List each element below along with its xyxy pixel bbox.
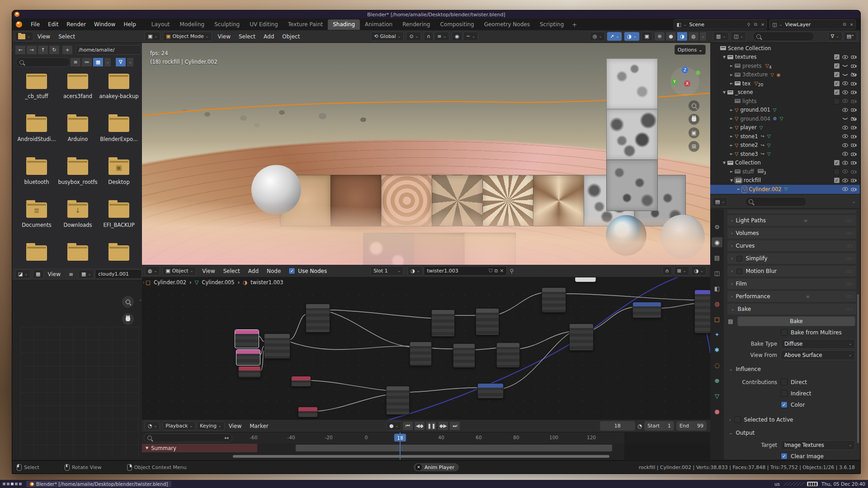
refresh-button[interactable]: ↻	[49, 45, 60, 55]
zoom-icon[interactable]	[122, 296, 134, 308]
start-frame-field[interactable]: Start1	[644, 421, 674, 431]
panel-header-curves[interactable]: ›Curves∷∷	[727, 240, 856, 251]
expander-arrow-icon[interactable]: ►	[728, 117, 735, 121]
viewport-3d[interactable]: ▣⌄ ▣Object Mode⌄ ViewSelectAddObject ⟲Gl…	[142, 30, 711, 265]
folder-item[interactable]: BlenderExpo...	[99, 117, 139, 150]
options-dropdown[interactable]: Options ⌄	[675, 45, 706, 55]
viewport-scene[interactable]: fps: 24 (18) rockfill | Cylinder.002 Z Y…	[142, 42, 710, 265]
folder-item[interactable]: Arduino	[58, 117, 98, 150]
outliner-item-name[interactable]: stone3	[740, 151, 758, 157]
menu-view[interactable]: View	[225, 422, 245, 431]
folder-item[interactable]: ▣Desktop	[99, 160, 139, 192]
shader-node[interactable]	[542, 287, 566, 313]
presets-icon[interactable]: ≡	[806, 294, 810, 299]
disable-render-camera-icon[interactable]	[850, 160, 857, 165]
expander-arrow-icon[interactable]: ►	[728, 81, 735, 85]
forward-button[interactable]: →	[26, 45, 37, 55]
systray-indicator-icon[interactable]: ▮▮▮▮	[807, 482, 818, 486]
folder-item-partial[interactable]	[17, 245, 57, 268]
thumbnail-view-button[interactable]: ▦	[93, 57, 104, 67]
image-name-field[interactable]: cloudy1.001	[95, 269, 142, 279]
hide-eye-icon[interactable]	[841, 187, 849, 191]
path-field[interactable]: /home/amalie/	[75, 45, 142, 55]
current-frame-field[interactable]: 18	[600, 421, 635, 431]
shader-node[interactable]	[235, 329, 259, 348]
overlays-toggle[interactable]: ◑⌄	[624, 32, 639, 41]
editor-type-button[interactable]: ▣⌄	[145, 32, 160, 41]
expander-arrow-icon[interactable]: ►	[728, 134, 735, 138]
outliner-row-3dtexture[interactable]: ►3dtexture▽◉✓	[710, 70, 860, 80]
clock[interactable]: Thu, 05 Dec 20:40	[821, 481, 865, 487]
menu-view[interactable]: View	[33, 32, 54, 41]
use-nodes-checkbox[interactable]: ✓	[288, 267, 295, 274]
disable-render-camera-icon[interactable]	[850, 99, 857, 103]
axis-z[interactable]: Z	[682, 67, 688, 73]
outliner-row-presets[interactable]: ►presets▽4✓	[710, 61, 860, 70]
menu-render[interactable]: Render	[62, 20, 90, 29]
keying-menu[interactable]: Keying⌄	[197, 421, 225, 431]
outliner-item-name[interactable]: 3dtexture	[742, 71, 768, 78]
outliner-row-scene-collection[interactable]: Scene Collection	[710, 44, 860, 53]
pin-icon[interactable]: ⚲	[509, 268, 514, 274]
outliner-item-name[interactable]: lights	[742, 98, 756, 104]
viewport-grid-icon[interactable]: ⊞	[689, 141, 699, 152]
next-keyframe-button[interactable]: ◆▶	[438, 421, 448, 431]
copy-icon[interactable]: ⧉	[752, 22, 759, 27]
exclude-checkbox[interactable]: ✓	[834, 89, 840, 95]
target-dropdown[interactable]: Image Textures⌄	[781, 440, 855, 450]
shader-node[interactable]	[476, 308, 499, 335]
image-mode-icon[interactable]: ▦	[33, 269, 43, 279]
outliner-row-textures[interactable]: ▼textures✓	[710, 53, 860, 62]
hide-eye-icon[interactable]	[841, 117, 849, 121]
exclude-checkbox[interactable]: ✓	[834, 80, 840, 87]
properties-tab-render[interactable]: ◉	[712, 237, 722, 247]
close-icon[interactable]: ✕	[415, 464, 422, 470]
workspace-pager[interactable]	[3, 483, 22, 485]
material-name-field[interactable]: twister1.003 ⛉ ⧉ ✕	[424, 266, 507, 276]
outliner-row-stone2[interactable]: ►▽stone2↪▽	[710, 141, 860, 150]
properties-tab-view-layer[interactable]: ◫	[712, 268, 722, 278]
texture-tile-marble[interactable]	[606, 109, 658, 160]
expander-arrow-icon[interactable]: ►	[728, 64, 735, 68]
anim-player-badge[interactable]: ✕ Anim Player	[414, 463, 459, 471]
snap-settings-dropdown[interactable]: ≡⌄	[434, 32, 449, 41]
folder-item[interactable]: anakey-backup	[99, 74, 139, 107]
channel-search-input[interactable]: ↔	[144, 433, 232, 442]
exclude-checkbox[interactable]: ✓	[834, 71, 840, 78]
end-frame-field[interactable]: End99	[676, 421, 707, 431]
list-view-button[interactable]: ≡	[70, 57, 81, 67]
disable-render-camera-icon[interactable]	[850, 108, 857, 112]
hamburger-icon[interactable]: ≡	[65, 270, 77, 279]
outliner-item-name[interactable]: stuff	[742, 169, 754, 175]
menu-edit[interactable]: Edit	[44, 20, 62, 29]
outliner-row-scene[interactable]: ▼_scene✓	[710, 88, 860, 97]
viewport-camera-icon[interactable]: ▣	[689, 127, 699, 138]
filter-dropdown[interactable]: ∇⌄	[828, 32, 842, 41]
shader-node[interactable]	[477, 383, 504, 399]
hide-eye-icon[interactable]	[841, 73, 849, 77]
shader-node[interactable]	[298, 407, 318, 418]
color-checkbox[interactable]: ✓	[781, 401, 788, 408]
horizontal-scrollbar[interactable]	[233, 455, 609, 458]
overlays-toggle[interactable]: ◑⌄	[691, 266, 707, 276]
disable-render-camera-icon[interactable]	[850, 178, 857, 183]
shader-node[interactable]	[264, 333, 290, 359]
folder-item[interactable]: ≣Documents	[17, 202, 57, 235]
close-icon[interactable]: ✕	[848, 22, 855, 27]
outliner-row-ground-004[interactable]: ►▽ground.004⚙▽	[710, 114, 860, 123]
outliner-item-name[interactable]: player	[740, 124, 756, 131]
panel-header-light-paths[interactable]: ›Light Paths≡∷∷	[727, 215, 856, 226]
shader-node[interactable]	[386, 386, 410, 415]
add-workspace-button[interactable]: +	[569, 19, 580, 30]
expand-toggle-icon[interactable]: ↔	[224, 435, 229, 441]
region-collapse-chevron[interactable]: ‹	[139, 298, 141, 302]
menu-view[interactable]: View	[198, 267, 219, 276]
jump-to-start-button[interactable]: ⏮	[402, 421, 413, 431]
pin-icon[interactable]: ⚲	[745, 22, 752, 27]
filter-toggle[interactable]: ∇	[115, 57, 126, 67]
panel-header-performance[interactable]: ›Performance≡∷∷	[727, 291, 856, 302]
jump-to-end-button[interactable]: ⏭	[449, 421, 460, 431]
tab-uv-editing[interactable]: UV Editing	[245, 19, 283, 30]
pivot-point-dropdown[interactable]: ⊙⌄	[406, 32, 421, 41]
outliner-row-ground-001[interactable]: ►▽ground.001▽	[710, 106, 860, 115]
